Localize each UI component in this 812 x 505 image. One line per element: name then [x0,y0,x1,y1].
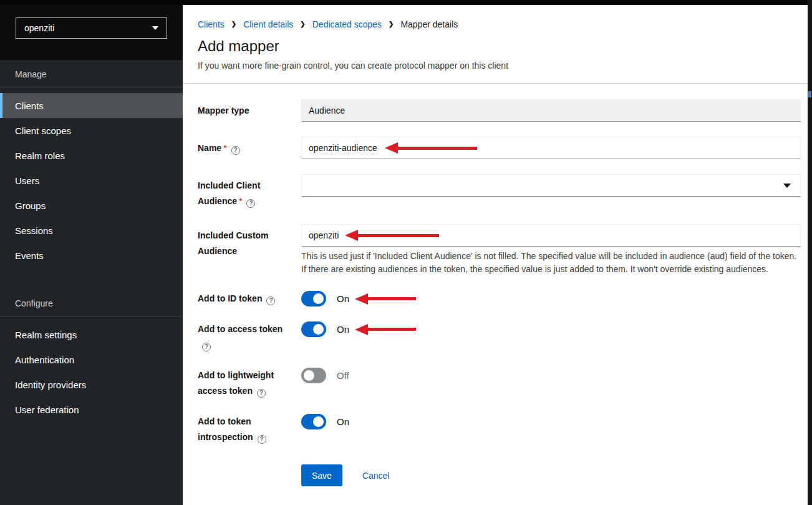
sidebar-item-realm-roles[interactable]: Realm roles [0,143,183,168]
add-to-token-introspection-label-text: Add to token introspection [198,416,253,442]
add-to-lightweight-access-token-cell: Off [301,368,801,383]
toggle-knob [313,324,324,335]
sidebar-item-events[interactable]: Events [0,243,183,268]
included-client-audience-field-wrap [301,174,801,197]
form-row-name: Name*? [198,137,801,159]
sidebar-item-label: Groups [15,200,46,211]
sidebar-item-client-scopes[interactable]: Client scopes [0,118,183,143]
chevron-right-icon: ❯ [231,21,236,27]
name-label-text: Name [198,143,221,153]
form-row-add-to-token-introspection: Add to token introspection? On [198,414,801,445]
sidebar-item-user-federation[interactable]: User federation [0,397,183,422]
breadcrumb-link-dedicated-scopes[interactable]: Dedicated scopes [312,19,382,29]
nav-group-spacer [0,268,183,290]
keycloak-admin-console: openziti Manage Clients Client scopes Re… [0,0,812,505]
arrow-head [355,324,368,335]
name-field-wrap [301,137,801,159]
arrow-bar [368,297,416,300]
included-custom-audience-helper-text: This is used just if 'Included Client Au… [301,250,801,276]
toggle-knob [313,293,324,304]
help-icon[interactable]: ? [246,199,255,208]
form-row-add-to-id-token: Add to ID token? On [198,291,801,306]
arrow-bar [368,328,416,331]
sidebar-item-sessions[interactable]: Sessions [0,218,183,243]
realm-selector-area: openziti [0,0,183,61]
help-icon[interactable]: ? [231,146,240,155]
sidebar: openziti Manage Clients Client scopes Re… [0,0,183,505]
add-to-lightweight-access-token-toggle[interactable] [301,368,326,383]
annotation-arrow-id-token [355,293,416,305]
window-chrome-top-strip [0,0,812,5]
sidebar-item-label: Users [15,175,39,186]
sidebar-item-label: User federation [15,404,79,415]
help-icon[interactable]: ? [257,389,266,398]
realm-selector-value: openziti [24,23,54,33]
add-to-access-token-state: On [337,324,349,335]
breadcrumb-current-mapper-details: Mapper details [400,19,458,29]
chevron-right-icon: ❯ [389,21,394,27]
nav-group-title-manage: Manage [0,61,183,87]
help-icon[interactable]: ? [258,435,266,444]
sidebar-item-groups[interactable]: Groups [0,193,183,218]
add-to-access-token-toggle[interactable] [301,321,326,337]
help-icon[interactable]: ? [266,297,275,305]
form-actions: Save Cancel [301,464,801,486]
name-input[interactable] [301,137,801,159]
add-to-lightweight-access-token-label: Add to lightweight access token? [198,368,301,399]
sidebar-item-realm-settings[interactable]: Realm settings [0,322,183,347]
toggle-knob [304,370,314,381]
form-row-add-to-lightweight-access-token: Add to lightweight access token? Off [198,368,801,399]
scrollbar-track [808,0,812,505]
sidebar-item-label: Client scopes [15,125,71,136]
required-asterisk: * [239,196,242,206]
sidebar-item-identity-providers[interactable]: Identity providers [0,372,183,397]
included-custom-audience-input[interactable] [301,224,801,247]
annotation-arrow-access-token [355,324,416,335]
required-asterisk: * [223,143,226,153]
breadcrumb: Clients ❯ Client details ❯ Dedicated sco… [198,19,797,29]
name-label: Name*? [198,137,301,156]
add-mapper-form: Mapper type Name*? [183,84,812,486]
toggle-knob [313,416,324,427]
page-title: Add mapper [198,37,797,55]
breadcrumb-link-clients[interactable]: Clients [198,19,225,29]
breadcrumb-link-client-details[interactable]: Client details [243,19,293,29]
included-client-audience-label: Included Client Audience*? [198,174,301,209]
add-to-access-token-label-text: Add to access token [198,324,283,334]
form-row-included-custom-audience: Included Custom Audience This is used ju… [198,224,801,276]
included-custom-audience-field-wrap: This is used just if 'Included Client Au… [301,224,801,276]
add-to-token-introspection-toggle[interactable] [301,414,326,429]
add-to-id-token-state: On [337,293,349,304]
caret-down-icon [783,184,791,188]
sidebar-item-label: Realm settings [15,330,77,340]
form-row-mapper-type: Mapper type [198,99,801,122]
sidebar-item-clients[interactable]: Clients [0,93,183,118]
mapper-type-field [301,99,801,122]
add-to-lightweight-access-token-state: Off [337,370,349,381]
mapper-type-field-wrap [301,99,801,122]
nav-group-title-configure: Configure [0,290,183,316]
main-content: Clients ❯ Client details ❯ Dedicated sco… [183,0,812,505]
add-to-access-token-label: Add to access token? [198,321,301,353]
form-row-add-to-access-token: Add to access token? On [198,321,801,353]
chevron-right-icon: ❯ [300,21,305,27]
add-to-token-introspection-state: On [337,416,349,427]
save-button[interactable]: Save [301,464,342,486]
scrollbar-thumb[interactable] [808,91,811,97]
add-to-id-token-toggle[interactable] [301,291,326,306]
sidebar-item-label: Sessions [15,225,53,236]
mapper-type-label: Mapper type [198,99,301,119]
included-client-audience-select[interactable] [301,174,801,197]
sidebar-item-users[interactable]: Users [0,168,183,193]
sidebar-item-label: Authentication [15,355,74,365]
cancel-link[interactable]: Cancel [362,471,390,481]
sidebar-item-label: Realm roles [15,150,65,161]
arrow-head [355,293,368,305]
add-to-id-token-label: Add to ID token? [198,291,301,306]
page-header: Clients ❯ Client details ❯ Dedicated sco… [183,5,812,84]
realm-selector[interactable]: openziti [16,17,167,39]
sidebar-item-authentication[interactable]: Authentication [0,347,183,372]
form-row-included-client-audience: Included Client Audience*? [198,174,801,209]
caret-down-icon [152,26,158,30]
help-icon[interactable]: ? [202,343,211,351]
